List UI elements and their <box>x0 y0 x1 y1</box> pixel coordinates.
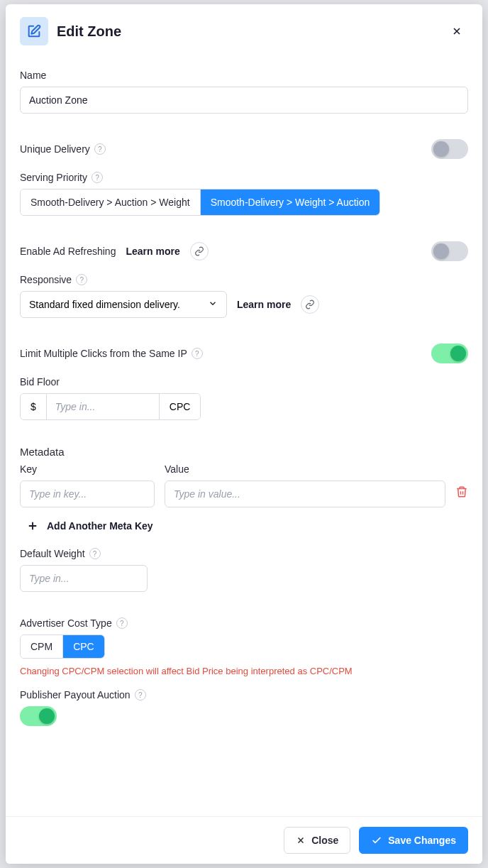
bid-floor-input[interactable] <box>46 394 160 419</box>
modal-footer: Close Save Changes <box>6 816 482 864</box>
help-icon[interactable]: ? <box>89 548 101 559</box>
help-icon[interactable]: ? <box>116 617 128 629</box>
unit-suffix: CPC <box>160 394 201 419</box>
edit-icon <box>20 17 48 45</box>
title-group: Edit Zone <box>20 17 121 45</box>
trash-icon[interactable] <box>455 485 468 507</box>
serving-priority-segmented: Smooth-Delivery > Auction > Weight Smoot… <box>20 189 380 216</box>
name-input[interactable] <box>20 87 468 114</box>
unique-delivery-label: Unique Delivery ? <box>20 143 106 155</box>
bid-floor-section: Bid Floor $ CPC <box>20 376 468 420</box>
plus-icon <box>26 519 40 533</box>
ad-refreshing-label: Enable Ad Refreshing <box>20 246 116 257</box>
metadata-heading: Metadata <box>20 446 468 458</box>
link-icon[interactable] <box>190 242 209 260</box>
help-icon[interactable]: ? <box>192 348 203 359</box>
add-meta-button[interactable]: Add Another Meta Key <box>20 519 153 533</box>
serving-priority-section: Serving Priority ? Smooth-Delivery > Auc… <box>20 172 468 216</box>
learn-more-link[interactable]: Learn more <box>126 246 179 257</box>
publisher-payout-section: Publisher Payout Auction ? <box>20 689 468 726</box>
save-button[interactable]: Save Changes <box>359 827 468 854</box>
currency-prefix: $ <box>21 394 46 419</box>
name-label: Name <box>20 70 468 81</box>
learn-more-link[interactable]: Learn more <box>237 299 291 310</box>
modal-body: Name Unique Delivery ? Serving Priority … <box>6 50 482 816</box>
bid-floor-input-group: $ CPC <box>20 393 201 420</box>
check-icon <box>371 835 382 846</box>
metadata-section: Metadata Key Value Add Another Meta <box>20 446 468 535</box>
serving-priority-label: Serving Priority ? <box>20 172 468 183</box>
cost-type-cpc[interactable]: CPC <box>62 635 104 658</box>
publisher-payout-label: Publisher Payout Auction ? <box>20 689 468 701</box>
help-icon[interactable]: ? <box>92 172 103 183</box>
modal-title: Edit Zone <box>57 23 121 40</box>
responsive-select[interactable]: Standard fixed dimension delivery. <box>20 291 227 318</box>
cost-type-segmented: CPM CPC <box>20 634 105 659</box>
responsive-label: Responsive ? <box>20 274 468 285</box>
x-icon <box>296 835 306 845</box>
bid-floor-label: Bid Floor <box>20 376 468 388</box>
unique-delivery-toggle[interactable] <box>431 139 468 159</box>
cost-type-cpm[interactable]: CPM <box>21 635 62 658</box>
name-section: Name <box>20 70 468 114</box>
default-weight-input[interactable] <box>20 565 148 592</box>
publisher-payout-toggle[interactable] <box>20 706 57 726</box>
meta-key-label: Key <box>20 463 155 475</box>
close-icon[interactable] <box>445 20 468 43</box>
default-weight-label: Default Weight ? <box>20 548 468 559</box>
serving-priority-opt-0[interactable]: Smooth-Delivery > Auction > Weight <box>21 189 200 215</box>
meta-value-input[interactable] <box>165 480 445 507</box>
default-weight-section: Default Weight ? <box>20 548 468 592</box>
limit-clicks-toggle[interactable] <box>431 344 468 363</box>
close-button[interactable]: Close <box>284 827 350 854</box>
responsive-section: Responsive ? Standard fixed dimension de… <box>20 274 468 318</box>
ad-refreshing-section: Enable Ad Refreshing Learn more <box>20 241 468 261</box>
modal-header: Edit Zone <box>6 4 482 50</box>
limit-clicks-section: Limit Multiple Clicks from the Same IP ? <box>20 344 468 363</box>
limit-clicks-label: Limit Multiple Clicks from the Same IP ? <box>20 348 203 359</box>
ad-refreshing-toggle[interactable] <box>431 241 468 261</box>
cost-type-label: Advertiser Cost Type ? <box>20 617 468 629</box>
meta-value-label: Value <box>165 463 445 475</box>
help-icon[interactable]: ? <box>94 143 106 155</box>
serving-priority-opt-1[interactable]: Smooth-Delivery > Weight > Auction <box>200 189 380 215</box>
unique-delivery-section: Unique Delivery ? <box>20 139 468 159</box>
edit-zone-modal: Edit Zone Name Unique Delivery ? Serving… <box>6 4 482 864</box>
cost-type-section: Advertiser Cost Type ? CPM CPC Changing … <box>20 617 468 676</box>
chevron-down-icon <box>208 299 218 311</box>
meta-key-input[interactable] <box>20 480 155 507</box>
help-icon[interactable]: ? <box>135 689 146 701</box>
cost-type-warning: Changing CPC/CPM selection will affect B… <box>20 666 468 676</box>
link-icon[interactable] <box>301 295 319 314</box>
metadata-row: Key Value <box>20 463 468 507</box>
help-icon[interactable]: ? <box>76 274 87 285</box>
